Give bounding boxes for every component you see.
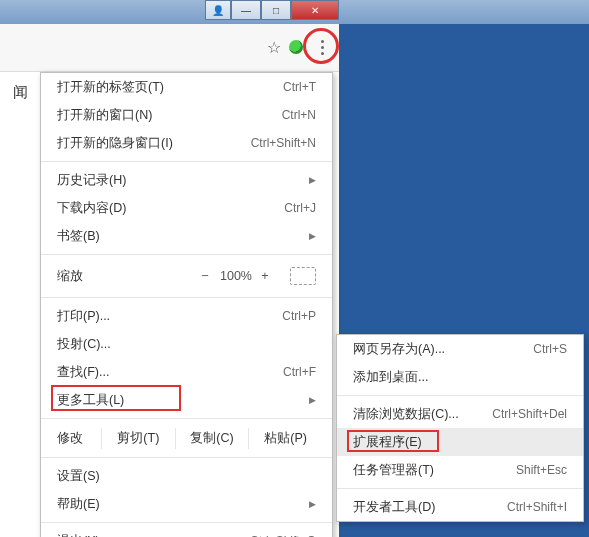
menu-shortcut: Ctrl+Shift+Del xyxy=(492,407,567,421)
zoom-label: 缩放 xyxy=(57,268,127,285)
submenu-task-manager[interactable]: 任务管理器(T) Shift+Esc xyxy=(337,456,583,484)
extension-icon[interactable] xyxy=(289,40,303,54)
zoom-out-button[interactable]: − xyxy=(190,269,220,283)
menu-separator xyxy=(337,395,583,396)
menu-zoom: 缩放 − 100% + xyxy=(41,259,332,293)
page-fragment-text: 闻 xyxy=(0,72,40,112)
chrome-main-menu: 打开新的标签页(T) Ctrl+T 打开新的窗口(N) Ctrl+N 打开新的隐… xyxy=(40,72,333,537)
menu-label: 网页另存为(A)... xyxy=(353,341,445,358)
menu-separator xyxy=(41,254,332,255)
edit-label: 修改 xyxy=(51,430,101,447)
menu-shortcut: Ctrl+Shift+N xyxy=(251,136,316,150)
menu-label: 书签(B) xyxy=(57,228,301,245)
menu-edit-row: 修改 剪切(T) 复制(C) 粘贴(P) xyxy=(41,423,332,453)
browser-toolbar: ☆ xyxy=(0,24,339,72)
edit-copy[interactable]: 复制(C) xyxy=(175,428,249,449)
menu-separator xyxy=(41,161,332,162)
submenu-save-as[interactable]: 网页另存为(A)... Ctrl+S xyxy=(337,335,583,363)
menu-label: 清除浏览数据(C)... xyxy=(353,406,459,423)
menu-label: 查找(F)... xyxy=(57,364,109,381)
menu-shortcut: Ctrl+N xyxy=(282,108,316,122)
menu-label: 打开新的标签页(T) xyxy=(57,79,164,96)
menu-downloads[interactable]: 下载内容(D) Ctrl+J xyxy=(41,194,332,222)
menu-label: 下载内容(D) xyxy=(57,200,126,217)
window-titlebar: 👤 — □ ✕ xyxy=(0,0,589,24)
menu-shortcut: Shift+Esc xyxy=(516,463,567,477)
menu-settings[interactable]: 设置(S) xyxy=(41,462,332,490)
menu-label: 扩展程序(E) xyxy=(353,434,422,451)
menu-exit[interactable]: 退出(X) Ctrl+Shift+Q xyxy=(41,527,332,537)
zoom-value: 100% xyxy=(220,269,250,283)
menu-find[interactable]: 查找(F)... Ctrl+F xyxy=(41,358,332,386)
minimize-button[interactable]: — xyxy=(231,0,261,20)
menu-label: 更多工具(L) xyxy=(57,392,301,409)
menu-label: 任务管理器(T) xyxy=(353,462,434,479)
chrome-menu-button[interactable] xyxy=(311,36,333,58)
menu-print[interactable]: 打印(P)... Ctrl+P xyxy=(41,302,332,330)
more-tools-submenu: 网页另存为(A)... Ctrl+S 添加到桌面... 清除浏览数据(C)...… xyxy=(336,334,584,522)
menu-label: 打印(P)... xyxy=(57,308,110,325)
menu-label: 打开新的窗口(N) xyxy=(57,107,152,124)
menu-help[interactable]: 帮助(E) xyxy=(41,490,332,518)
menu-shortcut: Ctrl+T xyxy=(283,80,316,94)
menu-bookmarks[interactable]: 书签(B) xyxy=(41,222,332,250)
menu-shortcut: Ctrl+P xyxy=(282,309,316,323)
submenu-extensions[interactable]: 扩展程序(E) xyxy=(337,428,583,456)
edit-cut[interactable]: 剪切(T) xyxy=(101,428,175,449)
menu-label: 设置(S) xyxy=(57,468,100,485)
menu-separator xyxy=(41,297,332,298)
menu-label: 开发者工具(D) xyxy=(353,499,435,516)
menu-shortcut: Ctrl+J xyxy=(284,201,316,215)
submenu-dev-tools[interactable]: 开发者工具(D) Ctrl+Shift+I xyxy=(337,493,583,521)
menu-shortcut: Ctrl+S xyxy=(533,342,567,356)
menu-label: 添加到桌面... xyxy=(353,369,428,386)
menu-new-window[interactable]: 打开新的窗口(N) Ctrl+N xyxy=(41,101,332,129)
menu-label: 打开新的隐身窗口(I) xyxy=(57,135,173,152)
menu-cast[interactable]: 投射(C)... xyxy=(41,330,332,358)
menu-new-incognito[interactable]: 打开新的隐身窗口(I) Ctrl+Shift+N xyxy=(41,129,332,157)
close-button[interactable]: ✕ xyxy=(291,0,339,20)
menu-history[interactable]: 历史记录(H) xyxy=(41,166,332,194)
bookmark-star-icon[interactable]: ☆ xyxy=(267,38,281,57)
menu-more-tools[interactable]: 更多工具(L) xyxy=(41,386,332,414)
submenu-clear-data[interactable]: 清除浏览数据(C)... Ctrl+Shift+Del xyxy=(337,400,583,428)
menu-label: 历史记录(H) xyxy=(57,172,301,189)
submenu-add-desktop[interactable]: 添加到桌面... xyxy=(337,363,583,391)
user-button[interactable]: 👤 xyxy=(205,0,231,20)
edit-paste[interactable]: 粘贴(P) xyxy=(248,428,322,449)
menu-shortcut: Ctrl+Shift+I xyxy=(507,500,567,514)
menu-separator xyxy=(41,457,332,458)
menu-label: 帮助(E) xyxy=(57,496,301,513)
menu-label: 投射(C)... xyxy=(57,336,111,353)
fullscreen-icon[interactable] xyxy=(290,267,316,285)
menu-separator xyxy=(41,418,332,419)
maximize-button[interactable]: □ xyxy=(261,0,291,20)
menu-separator xyxy=(41,522,332,523)
menu-separator xyxy=(337,488,583,489)
menu-shortcut: Ctrl+F xyxy=(283,365,316,379)
menu-label: 退出(X) xyxy=(57,533,100,538)
menu-new-tab[interactable]: 打开新的标签页(T) Ctrl+T xyxy=(41,73,332,101)
zoom-in-button[interactable]: + xyxy=(250,269,280,283)
